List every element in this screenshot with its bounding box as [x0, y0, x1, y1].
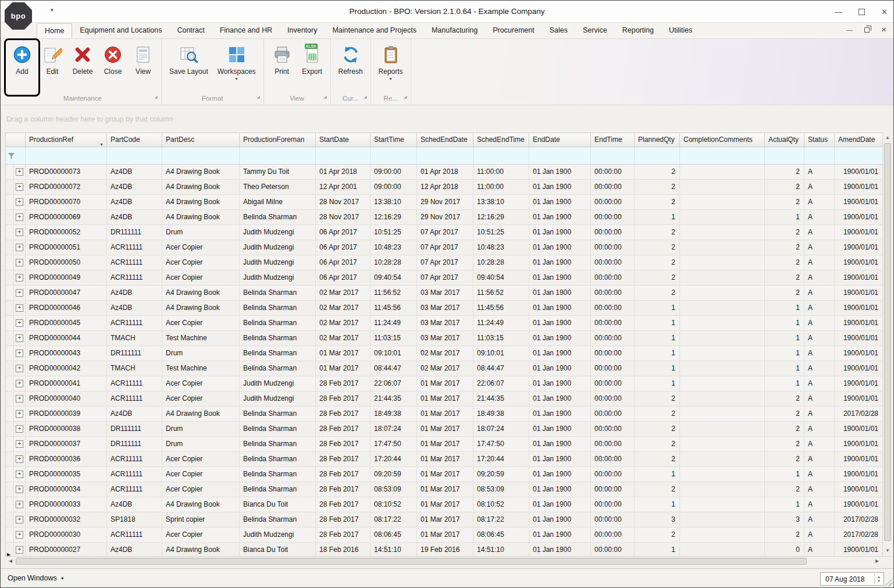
expand-row-button[interactable]: +: [14, 316, 26, 331]
dialog-launcher-icon[interactable]: ◢: [323, 92, 326, 102]
tab-manufacturing[interactable]: Manufacturing: [424, 23, 485, 38]
delete-button[interactable]: Delete: [67, 41, 98, 94]
scroll-down-icon[interactable]: ▼: [883, 546, 892, 555]
filter-input-end_time[interactable]: [591, 147, 635, 164]
filter-input-production_ref[interactable]: [26, 147, 107, 164]
close-button[interactable]: Close: [98, 41, 128, 94]
table-row[interactable]: +PROD00000040ACR11111Acer CopierJudith M…: [6, 391, 882, 407]
tab-equipment-and-locations[interactable]: Equipment and Locations: [72, 23, 169, 38]
table-row[interactable]: +PROD00000034ACR11111Acer CopierBelinda …: [6, 482, 882, 497]
column-header-status[interactable]: Status: [804, 133, 835, 147]
date-picker[interactable]: 07 Aug 2018 ▲ ▼: [820, 572, 884, 586]
save-layout-button[interactable]: Save Layout: [165, 41, 213, 94]
expand-row-button[interactable]: +: [14, 512, 26, 528]
table-row[interactable]: +PROD00000032SP1818Sprint copierBelinda …: [6, 512, 882, 528]
table-row[interactable]: +PROD00000043DR111111DrumBelinda Sharman…: [6, 346, 882, 361]
table-row[interactable]: +PROD00000039Az4DBA4 Drawing BookBelinda…: [6, 407, 882, 422]
expand-row-button[interactable]: +: [14, 286, 26, 301]
expand-row-button[interactable]: +: [14, 482, 26, 497]
doc-minimize-icon[interactable]: —: [846, 27, 853, 33]
spinner-down-icon[interactable]: ▼: [877, 579, 881, 583]
table-row[interactable]: ▶+PROD00000027Az4DBA4 Drawing BookBianca…: [6, 543, 882, 556]
filter-icon[interactable]: [6, 147, 26, 164]
doc-close-icon[interactable]: ✕: [881, 27, 886, 33]
table-row[interactable]: +PROD00000049ACR11111Acer CopierJudith M…: [6, 270, 882, 286]
table-row[interactable]: +PROD00000070Az4DBA4 Drawing BookAbigail…: [6, 195, 882, 210]
dialog-launcher-icon[interactable]: ◢: [257, 92, 259, 102]
table-row[interactable]: +PROD00000041ACR11111Acer CopierJudith M…: [6, 376, 882, 391]
scroll-right-icon[interactable]: ▶: [872, 557, 882, 566]
vertical-scrollbar[interactable]: ▲ ▼: [882, 133, 892, 556]
expand-row-button[interactable]: +: [14, 225, 26, 240]
tab-sales[interactable]: Sales: [542, 23, 575, 38]
tab-home[interactable]: Home: [37, 23, 72, 38]
column-header-part_code[interactable]: PartCode: [107, 133, 162, 147]
expand-row-button[interactable]: +: [14, 240, 26, 255]
expand-row-button[interactable]: +: [14, 467, 26, 482]
group-by-panel[interactable]: Drag a column header here to group by th…: [1, 105, 893, 133]
filter-input-end_date[interactable]: [529, 147, 591, 164]
expand-row-button[interactable]: +: [14, 331, 26, 346]
vertical-scroll-thumb[interactable]: [884, 143, 891, 541]
table-row[interactable]: +PROD00000072Az4DBA4 Drawing BookTheo Pe…: [6, 180, 882, 195]
print-button[interactable]: Print: [267, 41, 297, 94]
refresh-button[interactable]: Refresh: [334, 41, 368, 94]
tab-reporting[interactable]: Reporting: [615, 23, 661, 38]
minimize-icon[interactable]: —: [835, 8, 842, 16]
expand-row-button[interactable]: +: [14, 407, 26, 422]
horizontal-scroll-thumb[interactable]: [16, 558, 807, 565]
expand-row-button[interactable]: +: [14, 270, 26, 286]
expand-row-button[interactable]: +: [14, 528, 26, 543]
column-header-completion_comments[interactable]: CompletionComments: [680, 133, 765, 147]
table-row[interactable]: +PROD00000037DR111111DrumBelinda Sharman…: [6, 437, 882, 452]
table-row[interactable]: +PROD00000046Az4DBA4 Drawing BookBelinda…: [6, 301, 882, 316]
column-header-end_time[interactable]: EndTime: [591, 133, 635, 147]
maximize-icon[interactable]: [859, 9, 865, 15]
filter-input-part_desc[interactable]: [162, 147, 240, 164]
expand-row-button[interactable]: +: [14, 255, 26, 270]
table-row[interactable]: +PROD00000051ACR11111Acer CopierJudith M…: [6, 240, 882, 255]
doc-restore-icon[interactable]: [864, 27, 870, 33]
expand-row-button[interactable]: +: [14, 376, 26, 391]
expand-row-button[interactable]: +: [14, 452, 26, 467]
scroll-left-icon[interactable]: ◀: [6, 557, 15, 566]
filter-input-actual_qty[interactable]: [765, 147, 804, 164]
dialog-launcher-icon[interactable]: ◢: [364, 92, 366, 102]
table-row[interactable]: +PROD00000052DR111111DrumJudith Mudzengi…: [6, 225, 882, 240]
expand-row-button[interactable]: +: [14, 165, 26, 180]
tab-procurement[interactable]: Procurement: [485, 23, 542, 38]
expand-row-button[interactable]: +: [14, 180, 26, 195]
filter-input-sched_end_time[interactable]: [473, 147, 529, 164]
column-header-production_foreman[interactable]: ProductionForeman: [240, 133, 316, 147]
expand-row-button[interactable]: +: [14, 301, 26, 316]
filter-input-start_date[interactable]: [316, 147, 371, 164]
column-header-planned_qty[interactable]: PlannedQty: [635, 133, 680, 147]
column-header-start_time[interactable]: StartTime: [371, 133, 417, 147]
expand-row-button[interactable]: +: [14, 543, 26, 556]
table-row[interactable]: +PROD00000044TMACHTest MachineBelinda Sh…: [6, 331, 882, 346]
filter-input-production_foreman[interactable]: [240, 147, 316, 164]
open-windows-button[interactable]: Open Windows ▼: [8, 574, 65, 582]
expand-row-button[interactable]: +: [14, 391, 26, 407]
table-row[interactable]: +PROD00000036ACR11111Acer CopierBelinda …: [6, 452, 882, 467]
column-header-sched_end_date[interactable]: SchedEndDate: [417, 133, 473, 147]
resize-grip[interactable]: [885, 579, 892, 586]
expand-row-button[interactable]: +: [14, 195, 26, 210]
add-button[interactable]: Add: [7, 41, 37, 94]
expand-row-button[interactable]: +: [14, 361, 26, 376]
close-icon[interactable]: ✕: [881, 8, 888, 16]
column-header-amend_date[interactable]: AmendDate: [835, 133, 882, 147]
filter-input-sched_end_date[interactable]: [417, 147, 473, 164]
tab-service[interactable]: Service: [575, 23, 615, 38]
tab-finance-and-hr[interactable]: Finance and HR: [212, 23, 280, 38]
filter-input-planned_qty[interactable]: [635, 147, 680, 164]
table-row[interactable]: +PROD00000069Az4DBA4 Drawing BookBelinda…: [6, 210, 882, 225]
edit-button[interactable]: Edit: [37, 41, 67, 94]
filter-input-completion_comments[interactable]: [680, 147, 765, 164]
dialog-launcher-icon[interactable]: ◢: [404, 92, 407, 102]
expand-row-button[interactable]: +: [14, 422, 26, 437]
reports-button[interactable]: Reports▾: [374, 41, 408, 94]
filter-input-part_code[interactable]: [107, 147, 162, 164]
date-spinner[interactable]: ▲ ▼: [874, 573, 883, 585]
column-header-production_ref[interactable]: ProductionRef▼: [26, 133, 107, 147]
